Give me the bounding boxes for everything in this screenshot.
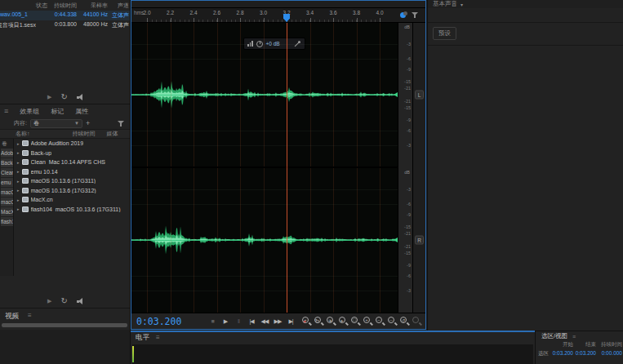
zoom-at-out-point-button[interactable]: ▸: [338, 316, 349, 326]
db-tick-label: -21: [404, 86, 411, 91]
panel-menu-icon[interactable]: ≡: [28, 312, 32, 319]
disclosure-icon[interactable]: ▸: [17, 160, 20, 165]
tab-markers[interactable]: 标记: [51, 107, 64, 116]
drive-item[interactable]: macOS 1: [1, 188, 13, 197]
tab-video[interactable]: 视频: [5, 312, 19, 322]
db-tick-label: -6: [407, 273, 411, 278]
contents-label: 内容:: [14, 119, 27, 127]
loop-icon[interactable]: ↻: [60, 297, 67, 305]
tab-properties[interactable]: 属性: [75, 107, 88, 116]
ruler-tick-label: 2.0: [143, 10, 150, 16]
files-panel: 状态 持续时间 采样率 声道 1_005.wav0:44.33844100 Hz…: [0, 0, 131, 104]
stop-button[interactable]: ■: [207, 316, 218, 327]
drives-header: 卷: [0, 139, 13, 148]
drive-item[interactable]: Back-up: [1, 158, 13, 167]
file-row[interactable]: 未命名混音项目1.sesx0:03.80048000 Hz立体声: [0, 20, 130, 30]
video-panel: 视频 ≡: [0, 308, 131, 364]
channel-button-R[interactable]: R: [415, 236, 424, 245]
ruler-tick: [240, 18, 241, 22]
ruler-tick: [147, 18, 148, 22]
timeline-ruler[interactable]: hms 2.02.22.42.62.83.03.23.43.63.84.0: [131, 8, 425, 23]
amplitude-ruler[interactable]: dB-3-3-6-6-9-9-15-15-21-21dB-3-3-6-6-9-9…: [398, 23, 412, 313]
disclosure-icon[interactable]: ▸: [17, 179, 20, 184]
file-row[interactable]: 1_005.wav0:44.33844100 Hz立体声: [0, 11, 130, 20]
drive-item[interactable]: emu 10.1: [1, 178, 13, 187]
drive-item[interactable]: MacX.cn: [1, 207, 13, 216]
tree-item[interactable]: ▸MacX.cn: [14, 195, 130, 205]
autoplay-icon[interactable]: ▶: [47, 298, 51, 304]
tree-item[interactable]: ▸macOS 10.13.6 (17G312): [14, 186, 130, 196]
ruler-tick-label: 3.4: [306, 10, 314, 16]
drive-icon: [22, 169, 29, 175]
pause-button[interactable]: ‖: [233, 316, 244, 327]
zoom-to-selection-button[interactable]: □: [350, 316, 361, 326]
drive-icon: [22, 206, 29, 212]
panel-menu-icon[interactable]: ≡: [4, 107, 8, 115]
filter-icon[interactable]: [118, 120, 125, 127]
zoom-in-time-button[interactable]: +: [301, 316, 312, 326]
drive-icon: [22, 178, 29, 184]
rewind-button[interactable]: ◀◀: [259, 316, 270, 327]
settings-knob-icon[interactable]: [403, 11, 407, 16]
essential-sound-panel: 基本声音 ▾ 预设: [427, 0, 623, 331]
preset-button[interactable]: 预设: [433, 27, 456, 40]
reset-zoom-button[interactable]: ↺: [399, 316, 410, 326]
vertical-scrollbar[interactable]: LR: [412, 23, 425, 313]
zoom-full-button[interactable]: [412, 316, 422, 326]
playhead-line[interactable]: [287, 23, 287, 313]
files-col-duration: 持续时间: [47, 2, 77, 10]
disclosure-icon[interactable]: ▸: [17, 169, 20, 174]
skip-to-end-button[interactable]: ▶|: [285, 316, 296, 327]
tree-item[interactable]: ▸flash104_macOS 10.13.6 (17G311): [14, 205, 130, 215]
db-tick-label: -9: [407, 118, 411, 122]
disclosure-icon[interactable]: ▸: [17, 198, 20, 202]
pan-button[interactable]: ↔: [387, 316, 398, 326]
levels-title: 电平: [136, 333, 149, 343]
drive-icon: [22, 150, 29, 156]
db-tick-label: -3: [407, 288, 411, 293]
disclosure-icon[interactable]: ▸: [17, 206, 20, 211]
zoom-out-time-button[interactable]: −: [314, 316, 324, 326]
speaker-icon[interactable]: [77, 94, 85, 101]
db-tick-label: -15: [404, 105, 411, 110]
tab-essential-sound[interactable]: 基本声音: [433, 0, 457, 8]
filter-icon[interactable]: [412, 11, 419, 19]
ruler-tick: [357, 18, 358, 22]
drive-icon: [22, 188, 29, 193]
disclosure-icon[interactable]: ▸: [17, 150, 20, 155]
zoom-in-amplitude-button[interactable]: +: [363, 316, 373, 326]
panel-menu-icon[interactable]: ≡: [572, 334, 576, 340]
zoom-at-in-point-button[interactable]: ◂: [326, 316, 336, 326]
play-button[interactable]: ▶: [220, 316, 231, 327]
horizontal-scrollbar[interactable]: [2, 323, 127, 327]
ruler-tick: [310, 18, 311, 22]
selection-duration-value[interactable]: 0:00.000: [596, 350, 622, 357]
panel-menu-icon[interactable]: ≡: [156, 334, 160, 341]
tree-item[interactable]: ▸Adobe Audition 2019: [14, 139, 130, 149]
disclosure-icon[interactable]: ▸: [17, 188, 20, 193]
disclosure-icon[interactable]: ▸: [17, 141, 20, 146]
waveform-display[interactable]: +0 dB: [131, 23, 398, 313]
tree-item[interactable]: ▸macOS 10.13.6 (17G311): [14, 176, 130, 186]
selection-start-value[interactable]: 0:03.200: [549, 350, 573, 357]
tree-item[interactable]: ▸emu 10.14: [14, 167, 130, 177]
contents-dropdown[interactable]: 卷 ▼: [30, 119, 82, 128]
tab-effects-rack[interactable]: 效果组: [20, 107, 39, 116]
skip-to-start-button[interactable]: |◀: [246, 316, 257, 327]
add-shortcut-icon[interactable]: +: [86, 119, 90, 127]
channel-button-L[interactable]: L: [415, 91, 424, 100]
fast-forward-button[interactable]: ▶▶: [272, 316, 283, 327]
speaker-icon[interactable]: [77, 298, 85, 305]
tree-item[interactable]: ▸Clean_Mac 10.14 APFS CHS: [14, 158, 130, 167]
drive-item[interactable]: Adobe A: [1, 149, 13, 158]
current-time-display[interactable]: 0:03.200: [136, 316, 181, 327]
drive-item[interactable]: flash10: [1, 217, 13, 226]
channel-divider: [131, 166, 398, 168]
drive-item[interactable]: Clean_M: [1, 168, 13, 177]
loop-icon[interactable]: ↻: [60, 93, 67, 101]
autoplay-icon[interactable]: ▶: [47, 94, 51, 100]
tree-item[interactable]: ▸Back-up: [14, 149, 130, 158]
selection-end-value[interactable]: 0:03.200: [573, 350, 596, 357]
zoom-out-amplitude-button[interactable]: −: [375, 316, 385, 326]
drive-item[interactable]: macOS 1: [1, 198, 13, 206]
